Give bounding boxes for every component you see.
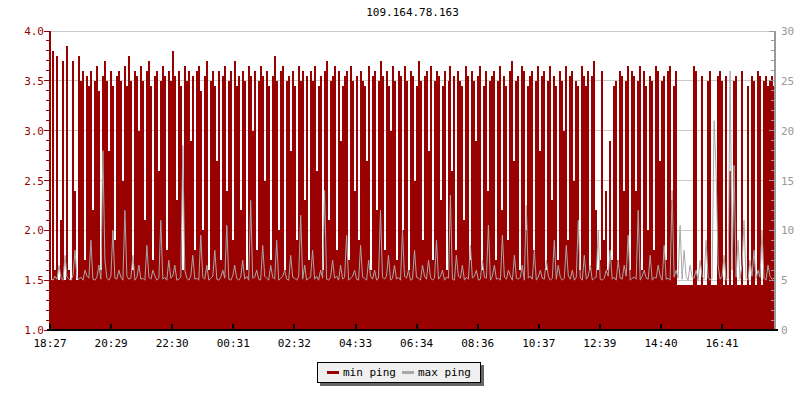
max-ping-swatch-icon — [402, 371, 414, 374]
left-axis-label: 1.0 — [24, 324, 44, 337]
right-axis-label: 10 — [781, 224, 794, 237]
left-axis-label: 4.0 — [24, 25, 44, 38]
x-axis-label: 12:39 — [583, 337, 616, 350]
min-ping-area — [50, 46, 775, 330]
x-axis-label: 14:40 — [644, 337, 677, 350]
legend-item-max-ping: max ping — [402, 366, 471, 379]
right-axis-label: 5 — [781, 274, 788, 287]
ping-chart: 1.01.52.02.53.03.54.005101520253018:2720… — [0, 0, 800, 356]
x-axis-label: 20:29 — [95, 337, 128, 350]
right-axis-label: 20 — [781, 125, 794, 138]
right-axis-label: 15 — [781, 175, 794, 188]
x-axis-label: 08:36 — [461, 337, 494, 350]
x-axis-label: 06:34 — [400, 337, 433, 350]
x-axis-label: 16:41 — [706, 337, 739, 350]
x-axis-label: 10:37 — [522, 337, 555, 350]
legend-item-min-ping: min ping — [327, 366, 396, 379]
right-axis-label: 25 — [781, 75, 794, 88]
left-axis-label: 3.5 — [24, 75, 44, 88]
right-axis-label: 0 — [781, 324, 788, 337]
right-axis-label: 30 — [781, 25, 794, 38]
left-axis-label: 3.0 — [24, 125, 44, 138]
x-axis-label: 02:32 — [278, 337, 311, 350]
x-axis-label: 22:30 — [156, 337, 189, 350]
ping-graph-page: 109.164.78.163 1.01.52.02.53.03.54.00510… — [0, 0, 800, 400]
left-axis-label: 2.5 — [24, 175, 44, 188]
x-axis-label: 18:27 — [33, 337, 66, 350]
legend: min ping max ping — [317, 362, 481, 383]
x-axis-label: 00:31 — [217, 337, 250, 350]
left-axis-label: 2.0 — [24, 224, 44, 237]
x-axis-label: 04:33 — [339, 337, 372, 350]
legend-label-min-ping: min ping — [343, 366, 396, 379]
legend-label-max-ping: max ping — [418, 366, 471, 379]
min-ping-swatch-icon — [327, 371, 339, 374]
left-axis-label: 1.5 — [24, 274, 44, 287]
